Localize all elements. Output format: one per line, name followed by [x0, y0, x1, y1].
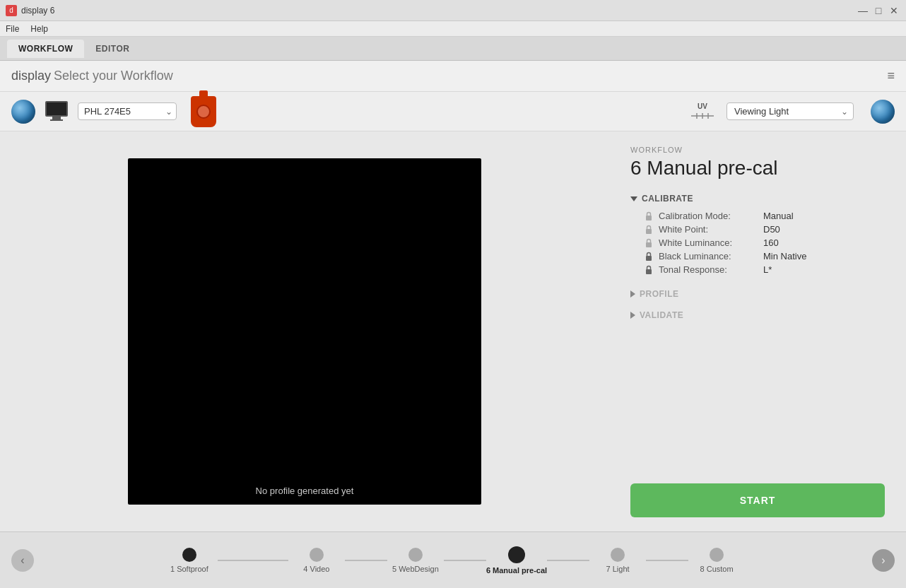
wf-dot-light	[611, 548, 625, 562]
cal-key-tonalresponse: Tonal Response:	[659, 264, 758, 275]
wf-line-1	[218, 560, 260, 561]
lock-icon-blackluminance	[645, 252, 653, 261]
workflow-bar: ‹ 1 Softproof 4 Video 5 WebDesign	[0, 531, 906, 588]
minimize-button[interactable]: —	[857, 4, 869, 17]
header-subtitle: Select your Workflow	[54, 69, 173, 83]
window-controls: — □ ✕	[857, 4, 900, 17]
wf-dot-video	[310, 548, 324, 562]
svg-rect-6	[646, 242, 652, 247]
cal-val-tonalresponse: L*	[763, 264, 772, 275]
workflow-item-manualcal[interactable]: 6 Manual pre-cal	[486, 546, 547, 575]
monitor-base	[50, 119, 63, 121]
wf-label-video: 4 Video	[303, 565, 329, 573]
app-name: display	[11, 69, 51, 83]
viewing-light-select[interactable]: Viewing Light D50 D65 Custom	[726, 102, 854, 120]
profile-header[interactable]: PROFILE	[630, 289, 885, 299]
workflow-prev-button[interactable]: ‹	[11, 549, 34, 572]
workflow-section-label: WORKFLOW	[630, 146, 885, 154]
svg-rect-7	[646, 256, 652, 261]
calibrate-toggle-icon	[630, 196, 637, 201]
workflow-next-button[interactable]: ›	[872, 549, 895, 572]
cal-val-blackluminance: Min Native	[763, 251, 806, 261]
globe-icon-right	[871, 100, 895, 124]
workflow-item-softproof[interactable]: 1 Softproof	[161, 548, 218, 573]
preview-screen	[128, 158, 481, 505]
cal-key-blackluminance: Black Luminance:	[659, 251, 758, 261]
app-title: display 6	[21, 6, 54, 16]
validate-toggle-icon	[630, 312, 635, 319]
app-logo: d	[6, 5, 17, 16]
wf-dot-custom	[710, 548, 724, 562]
tab-workflow[interactable]: WORKFLOW	[7, 40, 84, 58]
cal-row-whitepoint: White Point: D50	[645, 224, 885, 235]
lock-icon-whiteluminance	[645, 238, 653, 248]
monitor-select-wrapper: PHL 274E5	[78, 102, 177, 120]
svg-rect-5	[646, 229, 652, 234]
header-menu-icon[interactable]: ≡	[887, 69, 895, 83]
wf-line-3	[345, 560, 387, 561]
svg-rect-4	[646, 216, 652, 220]
lock-icon-whitepoint	[645, 225, 653, 235]
preview-container: No profile generated yet	[128, 158, 481, 505]
svg-rect-8	[646, 269, 652, 274]
wf-line-2	[274, 560, 288, 561]
close-button[interactable]: ✕	[888, 4, 900, 17]
validate-header[interactable]: VALIDATE	[630, 310, 885, 320]
colorimeter-wrapper	[191, 96, 216, 127]
cal-key-whitepoint: White Point:	[659, 224, 758, 235]
calibrate-title: CALIBRATE	[642, 194, 693, 204]
viewing-select-wrapper: Viewing Light D50 D65 Custom	[726, 102, 854, 120]
calibrate-header[interactable]: CALIBRATE	[630, 194, 885, 204]
maximize-button[interactable]: □	[872, 4, 885, 17]
wf-line-dots-1	[260, 560, 274, 561]
cal-key-mode: Calibration Mode:	[659, 211, 758, 221]
monitor-select[interactable]: PHL 274E5	[78, 102, 177, 120]
monitor-screen	[45, 101, 68, 117]
cal-key-whiteluminance: White Luminance:	[659, 237, 758, 248]
wf-dot-manualcal	[508, 546, 525, 563]
profile-title: PROFILE	[640, 289, 679, 299]
wf-dot-webdesign	[408, 548, 423, 562]
workflow-name: 6 Manual pre-cal	[630, 157, 885, 180]
wf-line-4	[444, 560, 486, 561]
cal-row-mode: Calibration Mode: Manual	[645, 211, 885, 221]
right-panel: WORKFLOW 6 Manual pre-cal CALIBRATE Cali…	[609, 131, 906, 531]
start-button[interactable]: START	[630, 483, 885, 517]
uv-label: UV	[698, 102, 707, 110]
profile-toggle-icon	[630, 290, 635, 298]
workflow-item-light[interactable]: 7 Light	[589, 548, 646, 573]
workflow-item-webdesign[interactable]: 5 WebDesign	[387, 548, 444, 573]
wf-label-custom: 8 Custom	[700, 565, 734, 573]
lock-icon-mode	[645, 211, 653, 221]
cal-row-tonalresponse: Tonal Response: L*	[645, 264, 885, 275]
menu-help[interactable]: Help	[30, 24, 48, 34]
menu-bar: File Help	[0, 21, 906, 37]
tab-bar: WORKFLOW EDITOR	[0, 37, 906, 61]
wf-line-6	[646, 560, 688, 561]
cal-val-mode: Manual	[763, 211, 794, 221]
lock-icon-tonalresponse	[645, 265, 653, 275]
title-bar: d display 6 — □ ✕	[0, 0, 906, 21]
monitor-icon	[44, 101, 69, 122]
wf-label-light: 7 Light	[606, 565, 630, 573]
wf-label-softproof: 1 Softproof	[170, 565, 208, 573]
validate-title: VALIDATE	[640, 310, 683, 320]
menu-file[interactable]: File	[6, 24, 19, 34]
workflow-item-video[interactable]: 4 Video	[288, 548, 345, 573]
tab-editor[interactable]: EDITOR	[84, 40, 141, 58]
wf-dot-softproof	[182, 548, 196, 562]
colorimeter-top	[199, 90, 208, 96]
colorimeter-lens	[196, 105, 211, 119]
uv-lines-svg	[691, 112, 714, 120]
globe-icon	[11, 100, 35, 124]
workflow-item-custom[interactable]: 8 Custom	[688, 548, 745, 573]
left-panel: No profile generated yet	[0, 131, 609, 531]
device-bar: PHL 274E5 UV Viewing Light D50 D65 Custo…	[0, 92, 906, 131]
colorimeter-icon	[191, 96, 216, 127]
header: display Select your Workflow ≡	[0, 61, 906, 92]
cal-val-whitepoint: D50	[763, 224, 780, 235]
wf-line-5	[547, 560, 589, 561]
workflow-items: 1 Softproof 4 Video 5 WebDesign 6 Man	[34, 546, 872, 575]
calibrate-items: Calibration Mode: Manual White Point: D5…	[630, 211, 885, 278]
cal-row-blackluminance: Black Luminance: Min Native	[645, 251, 885, 261]
